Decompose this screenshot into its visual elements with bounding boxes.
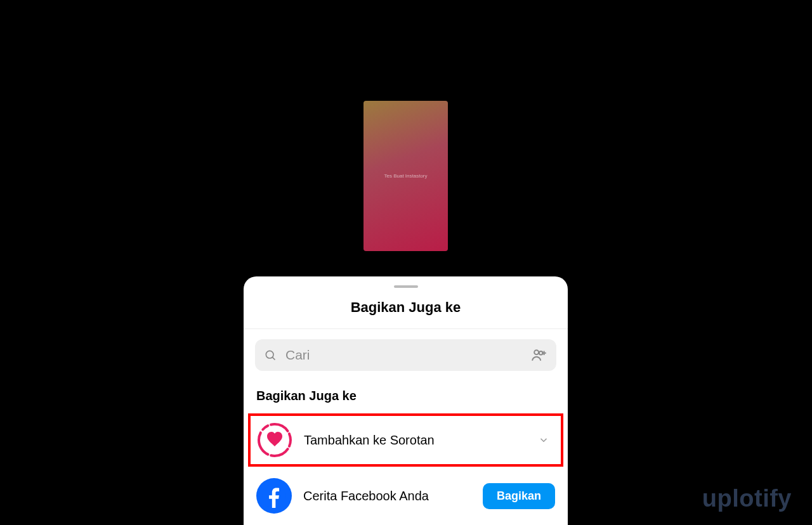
add-to-highlight-row[interactable]: Tambahkan ke Sorotan [248, 413, 563, 467]
add-people-icon[interactable] [531, 347, 547, 363]
share-section-title: Bagikan Juga ke [256, 389, 555, 403]
share-button[interactable]: Bagikan [483, 483, 555, 509]
search-input[interactable]: Cari [255, 339, 556, 371]
story-preview-text: Tes Buat Instastory [384, 173, 427, 179]
sheet-drag-handle[interactable] [394, 285, 418, 288]
watermark-text: uplotify [702, 485, 792, 512]
sheet-title: Bagikan Juga ke [244, 299, 568, 329]
facebook-story-label: Cerita Facebook Anda [303, 489, 483, 503]
svg-line-1 [272, 357, 275, 360]
story-preview-thumbnail[interactable]: Tes Buat Instastory [363, 101, 448, 251]
highlight-heart-icon [257, 422, 292, 458]
search-icon [264, 349, 277, 361]
svg-point-0 [266, 351, 273, 358]
facebook-story-row: Cerita Facebook Anda Bagikan [256, 478, 555, 514]
add-to-highlight-label: Tambahkan ke Sorotan [304, 433, 538, 448]
share-bottom-sheet: Bagikan Juga ke Cari Bagikan Juga ke Tam… [244, 276, 568, 525]
search-placeholder: Cari [285, 347, 531, 363]
chevron-down-icon [538, 434, 549, 446]
svg-point-2 [534, 350, 539, 354]
facebook-icon [256, 478, 292, 514]
